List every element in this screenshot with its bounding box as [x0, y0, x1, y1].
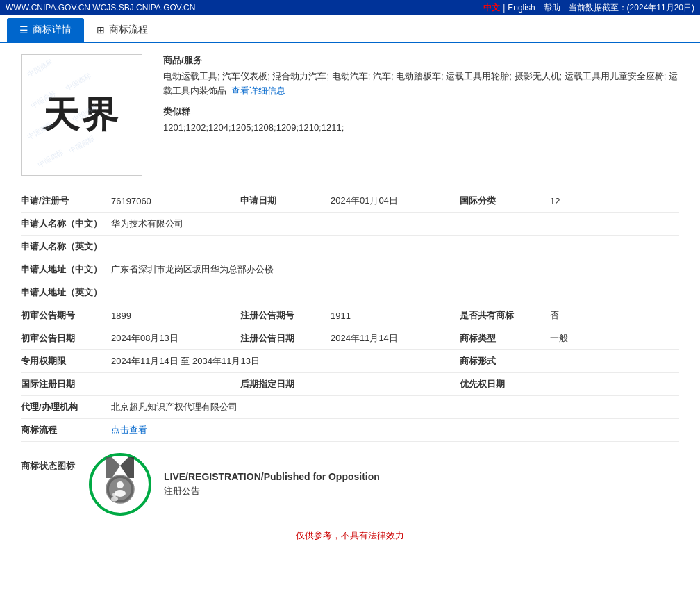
trademark-flow-link[interactable]: 点击查看 — [111, 425, 147, 435]
tab-trademark-detail-label: 商标详情 — [33, 24, 72, 36]
trademark-image-box: 中国商标 中国商标 中国商标 中国商标 中国商标 中国商标 中国商标 天界 — [21, 54, 142, 176]
disclaimer: 仅供参考，不具有法律效力 — [21, 529, 679, 549]
col-intl-class: 国际分类 12 — [460, 195, 679, 207]
row-gazette-dates: 初审公告日期 2024年08月13日 注册公告日期 2024年11月14日 商标… — [21, 327, 679, 350]
trademark-form-label: 商标形式 — [460, 355, 550, 368]
exclusive-period-label: 专用权期限 — [21, 355, 111, 368]
col-reg-number: 申请/注册号 76197060 — [21, 195, 240, 207]
reg-gazette-label: 注册公告期号 — [240, 309, 331, 322]
row-intl-dates: 国际注册日期 后期指定日期 优先权日期 — [21, 373, 679, 396]
svg-point-6 — [112, 493, 117, 497]
apply-date-value: 2024年01月04日 — [331, 195, 398, 207]
tab-trademark-flow[interactable]: ⊞ 商标流程 — [84, 18, 160, 42]
agent-label: 代理/办理机构 — [21, 401, 111, 413]
agent-value: 北京超凡知识产权代理有限公司 — [111, 401, 679, 413]
address-en-label: 申请人地址（英文） — [21, 286, 111, 299]
reg-pub-date-label: 注册公告日期 — [240, 332, 331, 345]
goods-services-label: 商品/服务 — [163, 54, 679, 67]
row-gazette: 初审公告期号 1899 注册公告期号 1911 是否共有商标 否 — [21, 304, 679, 327]
lang-separator: | — [503, 3, 505, 13]
help-button[interactable]: 帮助 — [544, 2, 560, 14]
goods-services-section: 商品/服务 电动运载工具; 汽车仪表板; 混合动力汽车; 电动汽车; 汽车; 电… — [163, 54, 679, 99]
similar-group-value: 1201;1202;1204;1205;1208;1209;1210;1211; — [163, 121, 679, 135]
status-cn-text: 注册公告 — [164, 485, 380, 497]
shared-value: 否 — [550, 309, 559, 322]
applicant-cn-label: 申请人名称（中文） — [21, 217, 111, 230]
tab-trademark-detail[interactable]: ☰ 商标详情 — [7, 18, 84, 42]
status-en-text: LIVE/REGISTRATION/Published for Oppositi… — [164, 471, 380, 482]
prelim-gazette-label: 初审公告期号 — [21, 309, 111, 322]
col-prelim-gazette: 初审公告期号 1899 — [21, 309, 240, 322]
svg-point-7 — [111, 496, 118, 501]
trademark-type-label: 商标类型 — [460, 332, 550, 345]
svg-point-3 — [109, 478, 131, 500]
status-label: 商标状态图标 — [21, 453, 75, 472]
col-prelim-date: 初审公告日期 2024年08月13日 — [21, 332, 240, 345]
site-urls: WWW.CNIPA.GOV.CN WCJS.SBJ.CNIPA.GOV.CN — [6, 3, 483, 13]
prelim-date-label: 初审公告日期 — [21, 332, 111, 345]
tab-trademark-flow-label: 商标流程 — [109, 24, 148, 36]
similar-group-label: 类似群 — [163, 106, 679, 118]
similar-group: 类似群 1201;1202;1204;1205;1208;1209;1210;1… — [163, 106, 679, 135]
intl-class-label: 国际分类 — [460, 195, 550, 207]
status-icon-area: LIVE/REGISTRATION/Published for Oppositi… — [89, 453, 380, 516]
trademark-flow-value: 点击查看 — [111, 424, 679, 436]
priority-date-label: 优先权日期 — [460, 378, 550, 390]
grid-icon: ⊞ — [97, 24, 105, 35]
reg-pub-date-value: 2024年11月14日 — [331, 332, 398, 345]
row-trademark-flow: 商标流程 点击查看 — [21, 419, 679, 442]
exclusive-period-value: 2024年11月14日 至 2034年11月13日 — [111, 355, 260, 368]
prelim-gazette-value: 1899 — [111, 311, 131, 321]
lang-en-button[interactable]: English — [508, 3, 535, 13]
address-cn-value: 广东省深圳市龙岗区坂田华为总部办公楼 — [111, 263, 679, 276]
top-bar: WWW.CNIPA.GOV.CN WCJS.SBJ.CNIPA.GOV.CN 中… — [0, 0, 700, 15]
col-trademark-form: 商标形式 — [460, 355, 679, 368]
col-priority-date: 优先权日期 — [460, 378, 679, 390]
svg-point-4 — [117, 481, 124, 488]
reg-number-value: 76197060 — [111, 196, 151, 206]
intl-reg-date-label: 国际注册日期 — [21, 378, 111, 390]
status-text-area: LIVE/REGISTRATION/Published for Oppositi… — [164, 471, 380, 497]
medal-icon — [99, 457, 141, 512]
trademark-image-text: 天界 — [43, 91, 121, 140]
apply-date-label: 申请日期 — [240, 195, 331, 207]
col-intl-reg-date: 国际注册日期 — [21, 378, 240, 390]
tab-bar: ☰ 商标详情 ⊞ 商标流程 — [0, 18, 700, 43]
status-section: 商标状态图标 — [21, 453, 679, 516]
col-shared: 是否共有商标 否 — [460, 309, 679, 322]
col-reg-gazette: 注册公告期号 1911 — [240, 309, 460, 322]
reg-number-label: 申请/注册号 — [21, 195, 111, 207]
col-apply-date: 申请日期 2024年01月04日 — [240, 195, 460, 207]
row-registration: 申请/注册号 76197060 申请日期 2024年01月04日 国际分类 12 — [21, 190, 679, 213]
trademark-info-right: 商品/服务 电动运载工具; 汽车仪表板; 混合动力汽车; 电动汽车; 汽车; 电… — [163, 54, 679, 135]
trademark-section: 中国商标 中国商标 中国商标 中国商标 中国商标 中国商标 中国商标 天界 商品… — [21, 54, 679, 176]
later-designation-label: 后期指定日期 — [240, 378, 331, 390]
row-address-en: 申请人地址（英文） — [21, 281, 679, 304]
data-date: 当前数据截至：(2024年11月20日) — [569, 2, 694, 14]
shared-label: 是否共有商标 — [460, 309, 550, 322]
col-trademark-type: 商标类型 一般 — [460, 332, 679, 345]
col-exclusive-period: 专用权期限 2024年11月14日 至 2034年11月13日 — [21, 355, 460, 368]
medal-svg — [99, 457, 141, 506]
intl-class-value: 12 — [550, 196, 560, 206]
row-applicant-en: 申请人名称（英文） — [21, 236, 679, 258]
row-applicant-cn: 申请人名称（中文） 华为技术有限公司 — [21, 213, 679, 236]
col-reg-pub-date: 注册公告日期 2024年11月14日 — [240, 332, 460, 345]
main-content: 中国商标 中国商标 中国商标 中国商标 中国商标 中国商标 中国商标 天界 商品… — [0, 43, 700, 560]
row-agent: 代理/办理机构 北京超凡知识产权代理有限公司 — [21, 396, 679, 419]
lang-cn-button[interactable]: 中文 — [483, 2, 500, 14]
trademark-type-value: 一般 — [550, 332, 568, 345]
applicant-en-label: 申请人名称（英文） — [21, 240, 111, 253]
list-icon: ☰ — [19, 24, 28, 35]
reg-gazette-value: 1911 — [331, 311, 351, 321]
col-later-designation: 后期指定日期 — [240, 378, 460, 390]
row-address-cn: 申请人地址（中文） 广东省深圳市龙岗区坂田华为总部办公楼 — [21, 258, 679, 281]
applicant-cn-value: 华为技术有限公司 — [111, 217, 679, 230]
prelim-date-value: 2024年08月13日 — [111, 332, 178, 345]
medal-circle — [89, 453, 151, 516]
address-cn-label: 申请人地址（中文） — [21, 263, 111, 276]
goods-services-detail-link[interactable]: 查看详细信息 — [231, 85, 285, 96]
goods-services-value: 电动运载工具; 汽车仪表板; 混合动力汽车; 电动汽车; 汽车; 电动踏板车; … — [163, 69, 679, 99]
row-exclusive-period: 专用权期限 2024年11月14日 至 2034年11月13日 商标形式 — [21, 350, 679, 373]
trademark-flow-label: 商标流程 — [21, 424, 111, 436]
